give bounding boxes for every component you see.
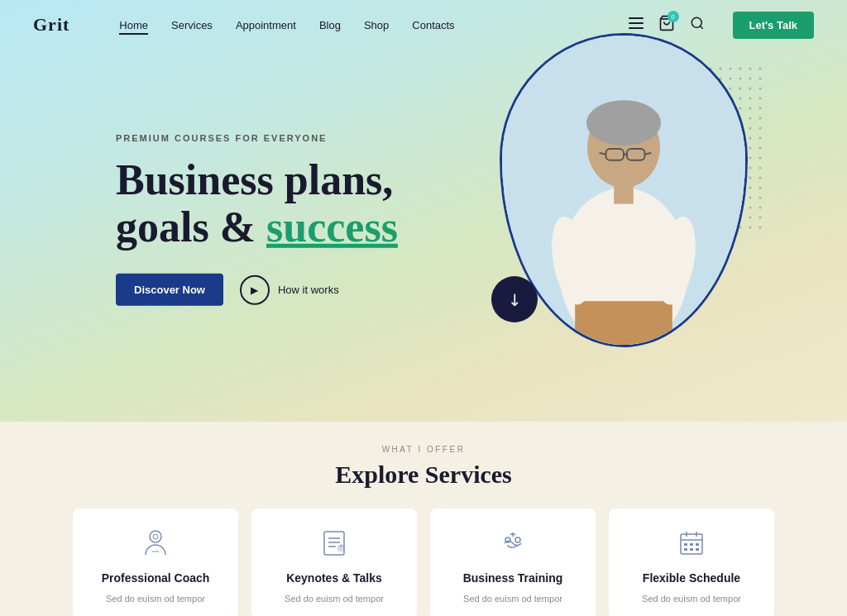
navbar: Grit Home Services Appointment Blog Shop… (0, 0, 847, 50)
how-it-works-label: How it works (278, 284, 339, 296)
keynote-icon (318, 527, 351, 563)
how-it-works-button[interactable]: ▶ How it works (240, 275, 339, 305)
svg-rect-41 (690, 548, 693, 551)
service-card-keynotes[interactable]: Keynotes & Talks Sed do euism od tempor (251, 509, 417, 616)
svg-point-11 (586, 100, 661, 146)
hero-title-line1: Business plans, (116, 156, 393, 203)
schedule-icon (675, 527, 708, 563)
hero-title: Business plans, goals & success (116, 156, 398, 251)
svg-rect-37 (684, 543, 687, 546)
training-icon (496, 527, 529, 563)
search-icon-button[interactable] (690, 16, 705, 34)
services-title: Explore Services (335, 461, 512, 489)
hero-section: Premium Courses for Everyone Business pl… (0, 0, 847, 422)
svg-rect-40 (684, 548, 687, 551)
hero-content: Premium Courses for Everyone Business pl… (116, 133, 398, 306)
service-name-schedule: Flexible Schedule (643, 571, 740, 585)
hero-title-highlight: success (266, 203, 398, 251)
nav-icons: 0 Let's Talk (629, 12, 814, 39)
nav-blog[interactable]: Blog (319, 19, 341, 31)
nav-services[interactable]: Services (171, 19, 213, 31)
service-card-schedule[interactable]: Flexible Schedule Sed do euism od tempor (609, 509, 774, 616)
hero-image-container: ↘ (483, 17, 764, 372)
service-name-keynotes: Keynotes & Talks (286, 571, 382, 585)
lets-talk-button[interactable]: Let's Talk (733, 12, 814, 39)
services-label: What I Offer (382, 445, 466, 454)
svg-rect-2 (629, 27, 644, 29)
svg-rect-38 (690, 543, 693, 546)
service-card-training[interactable]: Business Training Sed do euism od tempor (430, 509, 596, 616)
person-svg (502, 36, 745, 345)
svg-point-4 (691, 17, 701, 27)
nav-links: Home Services Appointment Blog Shop Cont… (119, 17, 628, 32)
service-desc-schedule: Sed do euism od tempor (642, 593, 741, 605)
hero-title-line2: goals & (116, 203, 266, 251)
nav-home[interactable]: Home (119, 19, 148, 35)
play-icon: ▶ (240, 275, 270, 305)
scroll-arrow-button[interactable]: ↘ (491, 276, 538, 322)
person-image (502, 36, 745, 345)
svg-point-21 (150, 531, 161, 542)
cart-badge: 0 (668, 11, 679, 22)
svg-rect-18 (575, 301, 672, 345)
service-card-coach[interactable]: Professional Coach Sed do euism od tempo… (73, 509, 238, 616)
svg-rect-17 (614, 184, 634, 204)
menu-icon-button[interactable] (629, 17, 644, 32)
nav-contacts[interactable]: Contacts (412, 19, 454, 31)
nav-shop[interactable]: Shop (364, 19, 389, 31)
svg-rect-0 (629, 17, 644, 19)
discover-now-button[interactable]: Discover Now (116, 274, 223, 306)
coach-icon (139, 527, 172, 563)
service-name-coach: Professional Coach (102, 571, 210, 585)
services-section: What I Offer Explore Services Profession… (0, 422, 847, 616)
hero-subtitle: Premium Courses for Everyone (116, 133, 398, 143)
svg-point-22 (153, 534, 158, 539)
svg-rect-39 (696, 543, 699, 546)
service-desc-coach: Sed do euism od tempor (106, 593, 205, 605)
svg-line-5 (700, 26, 702, 28)
logo: Grit (33, 14, 69, 36)
service-name-training: Business Training (463, 571, 563, 585)
hero-actions: Discover Now ▶ How it works (116, 274, 398, 306)
svg-point-31 (515, 537, 520, 542)
nav-appointment[interactable]: Appointment (236, 19, 296, 31)
services-cards: Professional Coach Sed do euism od tempo… (33, 509, 814, 616)
service-desc-keynotes: Sed do euism od tempor (285, 593, 384, 605)
svg-rect-42 (696, 548, 699, 551)
cart-icon-button[interactable]: 0 (658, 15, 675, 35)
arrow-down-right-icon: ↘ (503, 288, 527, 312)
service-desc-training: Sed do euism od tempor (463, 593, 562, 605)
svg-rect-1 (629, 22, 644, 24)
